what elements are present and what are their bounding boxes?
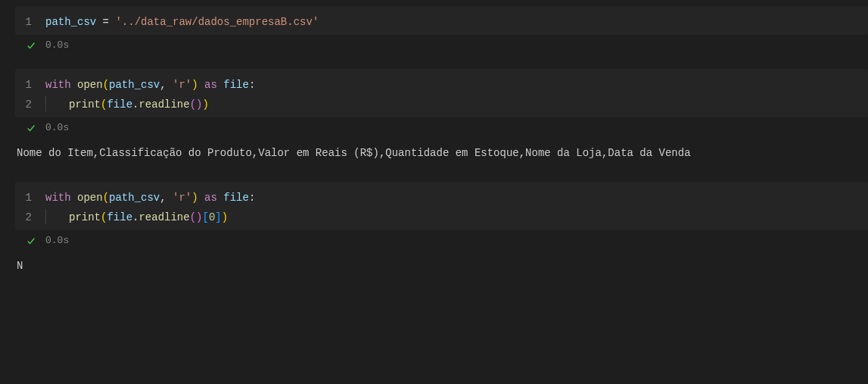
code-line[interactable]: 2 print(file.readline()) [15,95,868,114]
code-cell: 1 path_csv = '../data_raw/dados_empresaB… [0,6,868,55]
execution-time: 0.0s [45,122,69,133]
line-number: 1 [15,188,45,208]
cell-output: N [0,251,868,281]
code-line[interactable]: 1 path_csv = '../data_raw/dados_empresaB… [15,12,868,32]
code-editor[interactable]: 1 with open(path_csv, 'r') as file: 2 pr… [15,69,868,117]
line-number: 1 [15,12,45,32]
code-cell: 1 with open(path_csv, 'r') as file: 2 pr… [0,69,868,168]
code-content[interactable]: path_csv = '../data_raw/dados_empresaB.c… [45,12,319,32]
execution-time: 0.0s [45,39,69,51]
code-content[interactable]: with open(path_csv, 'r') as file: [45,188,255,208]
execution-time: 0.0s [45,235,69,246]
cell-output: Nome do Item,Classificação do Produto,Va… [0,138,868,168]
code-content[interactable]: with open(path_csv, 'r') as file: [45,75,255,95]
cell-status: 0.0s [15,35,868,55]
code-editor[interactable]: 1 with open(path_csv, 'r') as file: 2 pr… [15,182,868,230]
code-content[interactable]: print(file.readline()[0]) [45,208,228,227]
success-check-icon [26,40,36,51]
success-check-icon [26,123,36,133]
code-line[interactable]: 1 with open(path_csv, 'r') as file: [15,188,868,208]
code-cell: 1 with open(path_csv, 'r') as file: 2 pr… [0,182,868,281]
success-check-icon [26,236,36,246]
line-number: 2 [15,208,45,227]
code-content[interactable]: print(file.readline()) [45,95,209,114]
code-editor[interactable]: 1 path_csv = '../data_raw/dados_empresaB… [15,6,868,35]
cell-status: 0.0s [15,117,868,138]
line-number: 2 [15,95,45,114]
code-line[interactable]: 2 print(file.readline()[0]) [15,208,868,227]
cell-status: 0.0s [15,230,868,251]
line-number: 1 [15,75,45,95]
code-line[interactable]: 1 with open(path_csv, 'r') as file: [15,75,868,95]
